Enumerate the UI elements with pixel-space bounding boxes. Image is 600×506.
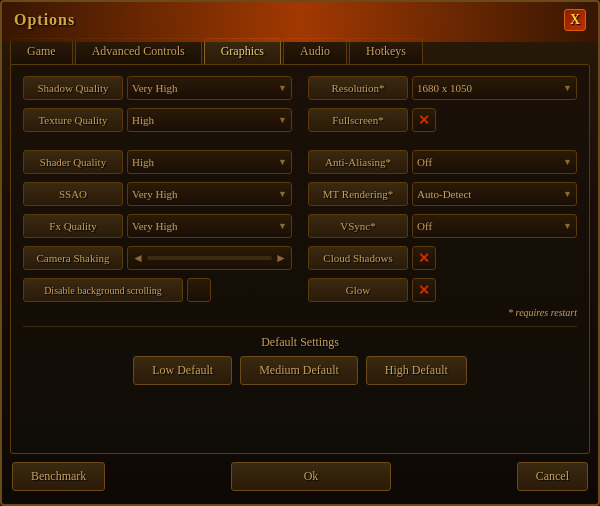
fullscreen-checkbox[interactable]: [412, 108, 436, 132]
settings-content: Shadow Quality Very High ▼ Resolution* 1…: [10, 64, 590, 454]
shader-quality-row: Shader Quality High ▼: [23, 149, 292, 175]
options-window: Options X Game Advanced Controls Graphic…: [0, 0, 600, 506]
shadow-quality-select[interactable]: Very High ▼: [127, 76, 292, 100]
texture-quality-select[interactable]: High ▼: [127, 108, 292, 132]
shadow-quality-label: Shadow Quality: [23, 76, 123, 100]
spacer-left-1: [23, 139, 292, 143]
glow-label: Glow: [308, 278, 408, 302]
fullscreen-row: Fullscreen*: [308, 107, 577, 133]
close-button[interactable]: X: [564, 9, 586, 31]
texture-quality-row: Texture Quality High ▼: [23, 107, 292, 133]
ssao-select[interactable]: Very High ▼: [127, 182, 292, 206]
mt-rendering-select[interactable]: Auto-Detect ▼: [412, 182, 577, 206]
resolution-arrow: ▼: [563, 83, 572, 93]
ssao-row: SSAO Very High ▼: [23, 181, 292, 207]
slider-right-btn[interactable]: ►: [275, 251, 287, 266]
resolution-select[interactable]: 1680 x 1050 ▼: [412, 76, 577, 100]
default-settings-title: Default Settings: [23, 335, 577, 350]
shader-quality-label: Shader Quality: [23, 150, 123, 174]
medium-default-button[interactable]: Medium Default: [240, 356, 358, 385]
anti-aliasing-select[interactable]: Off ▼: [412, 150, 577, 174]
bottom-bar: Benchmark Ok Cancel: [2, 454, 598, 499]
shader-quality-select[interactable]: High ▼: [127, 150, 292, 174]
mt-rendering-arrow: ▼: [563, 189, 572, 199]
vsync-label: VSync*: [308, 214, 408, 238]
spacer-right-1: [308, 139, 577, 143]
fullscreen-label: Fullscreen*: [308, 108, 408, 132]
resolution-row: Resolution* 1680 x 1050 ▼: [308, 75, 577, 101]
mt-rendering-row: MT Rendering* Auto-Detect ▼: [308, 181, 577, 207]
ssao-label: SSAO: [23, 182, 123, 206]
glow-checkbox[interactable]: [412, 278, 436, 302]
texture-quality-arrow: ▼: [278, 115, 287, 125]
ok-button[interactable]: Ok: [231, 462, 391, 491]
disable-bg-scroll-label: Disable background scrolling: [23, 278, 183, 302]
fx-quality-label: Fx Quality: [23, 214, 123, 238]
ssao-arrow: ▼: [278, 189, 287, 199]
fx-quality-row: Fx Quality Very High ▼: [23, 213, 292, 239]
camera-shaking-label: Camera Shaking: [23, 246, 123, 270]
resolution-label: Resolution*: [308, 76, 408, 100]
vsync-row: VSync* Off ▼: [308, 213, 577, 239]
cloud-shadows-row: Cloud Shadows: [308, 245, 577, 271]
section-divider: [23, 326, 577, 327]
vsync-arrow: ▼: [563, 221, 572, 231]
camera-shaking-slider[interactable]: ◄ ►: [127, 246, 292, 270]
anti-aliasing-row: Anti-Aliasing* Off ▼: [308, 149, 577, 175]
slider-left-btn[interactable]: ◄: [132, 251, 144, 266]
settings-grid: Shadow Quality Very High ▼ Resolution* 1…: [23, 75, 577, 303]
mt-rendering-label: MT Rendering*: [308, 182, 408, 206]
cancel-button[interactable]: Cancel: [517, 462, 588, 491]
texture-quality-label: Texture Quality: [23, 108, 123, 132]
disable-bg-scroll-row: Disable background scrolling: [23, 277, 292, 303]
vsync-select[interactable]: Off ▼: [412, 214, 577, 238]
shadow-quality-row: Shadow Quality Very High ▼: [23, 75, 292, 101]
slider-track: [147, 256, 272, 260]
cloud-shadows-label: Cloud Shadows: [308, 246, 408, 270]
title-bar: Options X: [2, 2, 598, 38]
anti-aliasing-arrow: ▼: [563, 157, 572, 167]
shader-quality-arrow: ▼: [278, 157, 287, 167]
high-default-button[interactable]: High Default: [366, 356, 467, 385]
window-title: Options: [14, 11, 75, 29]
cloud-shadows-checkbox[interactable]: [412, 246, 436, 270]
fx-quality-select[interactable]: Very High ▼: [127, 214, 292, 238]
default-settings-section: Default Settings Low Default Medium Defa…: [23, 335, 577, 385]
glow-row: Glow: [308, 277, 577, 303]
low-default-button[interactable]: Low Default: [133, 356, 232, 385]
camera-shaking-row: Camera Shaking ◄ ►: [23, 245, 292, 271]
fx-quality-arrow: ▼: [278, 221, 287, 231]
default-buttons-group: Low Default Medium Default High Default: [23, 356, 577, 385]
benchmark-button[interactable]: Benchmark: [12, 462, 105, 491]
restart-note: * requires restart: [23, 307, 577, 318]
shadow-quality-arrow: ▼: [278, 83, 287, 93]
disable-bg-scroll-checkbox[interactable]: [187, 278, 211, 302]
anti-aliasing-label: Anti-Aliasing*: [308, 150, 408, 174]
